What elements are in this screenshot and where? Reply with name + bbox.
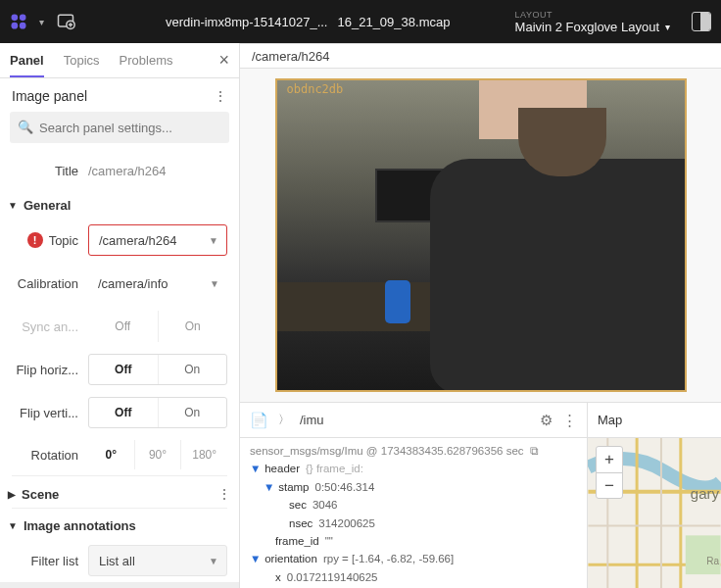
image-viewport[interactable]: obdnc2db: [240, 69, 721, 402]
title-value[interactable]: /camera/h264: [88, 164, 227, 178]
map-panel: Map +: [588, 403, 721, 588]
svg-point-1: [20, 15, 26, 22]
app-logo[interactable]: [8, 11, 29, 32]
rot-180[interactable]: 180°: [180, 440, 227, 469]
chevron-down-icon: ▼: [209, 235, 218, 246]
gear-icon[interactable]: ⚙: [540, 412, 553, 429]
tab-problems[interactable]: Problems: [120, 45, 173, 75]
tree-toggle[interactable]: ▼: [250, 550, 262, 567]
fliph-off[interactable]: Off: [89, 355, 158, 384]
copy-icon[interactable]: ⧉: [530, 442, 539, 460]
section-annotations[interactable]: ▼ Image annotations: [0, 509, 239, 539]
chevron-down-icon[interactable]: ▾: [39, 17, 44, 27]
calibration-select[interactable]: /camera/info▼: [88, 268, 227, 299]
zoom-in-button[interactable]: +: [597, 447, 622, 472]
search-input[interactable]: [10, 112, 229, 143]
flipv-on[interactable]: On: [158, 398, 227, 427]
section-scene[interactable]: ▶ Scene ⋮: [0, 476, 239, 508]
image-watermark: obdnc2db: [287, 82, 344, 96]
image-topic: /camera/h264: [252, 49, 330, 64]
filter-label: Filter list: [12, 554, 88, 568]
svg-point-2: [12, 23, 19, 29]
calibration-label: Calibration: [12, 276, 88, 291]
chevron-down-icon: ▼: [210, 278, 219, 289]
topic-label: Topic: [49, 233, 78, 248]
close-icon[interactable]: ×: [218, 50, 229, 71]
fliph-label: Flip horiz...: [12, 363, 88, 377]
sync-label: Sync an...: [12, 319, 88, 334]
raw-message-tree: sensor_msgs/msg/Imu @ 1734383435.6287963…: [240, 438, 587, 588]
panel-layout-icon[interactable]: [690, 10, 713, 33]
scene-menu-icon[interactable]: ⋮: [217, 486, 231, 502]
rotation-label: Rotation: [12, 448, 88, 463]
copy-icon[interactable]: 📄: [250, 412, 268, 429]
flipv-off[interactable]: Off: [89, 398, 158, 427]
sync-off[interactable]: Off: [88, 311, 158, 342]
map-title: Map: [588, 403, 721, 438]
tab-topics[interactable]: Topics: [64, 45, 100, 75]
file-name-2: 16_21_09_38.mcap: [337, 15, 450, 29]
layout-selector[interactable]: LAYOUT Maivin 2 Foxglove Layout ▾: [515, 10, 670, 34]
camera-image: obdnc2db: [275, 78, 687, 392]
raw-topic-input[interactable]: [300, 413, 530, 427]
chevron-right-icon[interactable]: 〉: [278, 412, 290, 428]
raw-message-panel: 📄 〉 ⚙ ⋮ sensor_msgs/msg/Imu @ 1734383435…: [240, 403, 588, 588]
layout-label: LAYOUT: [515, 10, 553, 20]
rot-90[interactable]: 90°: [134, 440, 181, 469]
settings-sidebar: Panel Topics Problems × Image panel ⋮ 🔍 …: [0, 43, 240, 588]
tree-toggle[interactable]: ▼: [250, 460, 262, 477]
chevron-down-icon: ▾: [665, 22, 670, 32]
svg-point-0: [12, 15, 19, 22]
fliph-on[interactable]: On: [158, 355, 227, 384]
sync-on[interactable]: On: [158, 311, 228, 342]
filter-select[interactable]: List all▼: [88, 545, 227, 576]
title-label: Title: [12, 164, 88, 178]
svg-point-3: [20, 23, 26, 29]
zoom-out-button[interactable]: −: [597, 472, 622, 498]
chevron-down-icon: ▼: [209, 556, 218, 566]
section-general[interactable]: ▼ General: [0, 188, 239, 219]
topic-select[interactable]: /camera/h264▼: [88, 224, 227, 256]
chevron-down-icon: ▼: [8, 520, 18, 531]
map-road-label: Ra: [706, 556, 719, 566]
add-panel-icon[interactable]: [54, 10, 77, 33]
tab-panel[interactable]: Panel: [10, 45, 44, 77]
chevron-right-icon: ▶: [8, 489, 16, 500]
file-name-1: verdin-imx8mp-15141027_...: [166, 15, 327, 29]
rot-0[interactable]: 0°: [88, 440, 134, 469]
panel-menu-icon[interactable]: ⋮: [214, 88, 227, 104]
error-icon: !: [27, 232, 43, 248]
map-zoom-control: + −: [596, 446, 623, 499]
layout-name: Maivin 2 Foxglove Layout: [515, 20, 659, 34]
image-topic-bar: /camera/h264: [240, 43, 721, 69]
panel-title: Image panel: [12, 88, 87, 104]
map-city-label: gary: [691, 485, 719, 502]
raw-menu-icon[interactable]: ⋮: [562, 412, 577, 429]
chevron-down-icon: ▼: [8, 200, 18, 211]
flipv-label: Flip verti...: [12, 406, 88, 420]
annotation-item[interactable]: /model/boxes2d: [0, 582, 239, 588]
tree-toggle[interactable]: ▼: [264, 478, 275, 496]
app-header: ▾ verdin-imx8mp-15141027_... 16_21_09_38…: [0, 0, 721, 43]
